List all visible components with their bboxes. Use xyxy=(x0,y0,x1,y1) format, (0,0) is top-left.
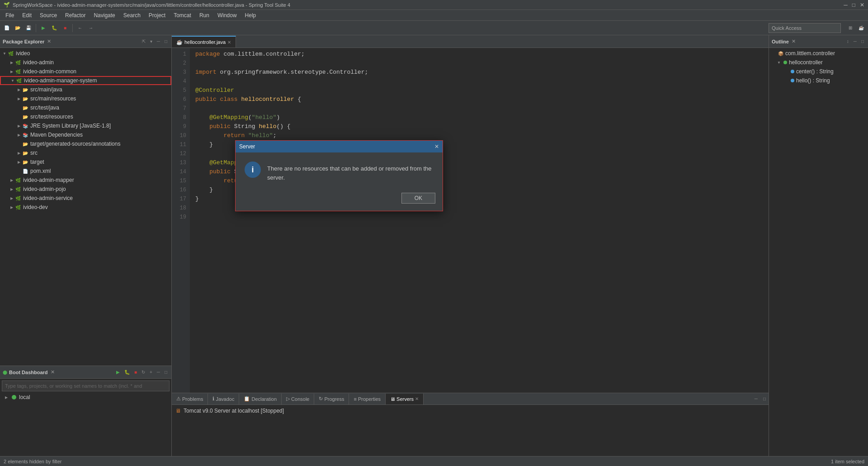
tab-close[interactable]: ✕ xyxy=(227,40,231,45)
outline-label: hello() : String xyxy=(796,77,830,84)
toolbar-forward[interactable]: → xyxy=(86,23,96,33)
dialog-info-icon: i xyxy=(245,162,261,178)
boot-add-btn[interactable]: + xyxy=(148,369,154,375)
menu-window[interactable]: Window xyxy=(214,11,241,19)
menu-source[interactable]: Source xyxy=(36,11,61,19)
outline-item-hello[interactable]: ▶ hello() : String xyxy=(769,76,868,85)
title-text: SpringWorkSpace - ivideo-admin-manager-s… xyxy=(13,2,290,8)
dialog-ok-button[interactable]: OK xyxy=(401,193,435,204)
outline-max[interactable]: □ xyxy=(860,38,865,44)
toolbar-save[interactable]: 💾 xyxy=(24,23,33,33)
outline-item-class[interactable]: ▼ hellocontroller xyxy=(769,58,868,67)
package-explorer-max[interactable]: □ xyxy=(163,38,169,44)
close-button[interactable]: ✕ xyxy=(860,2,864,8)
boot-item-local[interactable]: ▶ local xyxy=(0,392,171,402)
package-explorer-collapse[interactable]: ⇱ xyxy=(141,38,147,44)
boot-debug-btn[interactable]: 🐛 xyxy=(123,369,131,375)
tab-declaration[interactable]: 📋 Declaration xyxy=(239,394,282,404)
boot-stop-btn[interactable]: ■ xyxy=(133,369,138,375)
tree-item-jre[interactable]: ▶ 📚 JRE System Library [JavaSE-1.8] xyxy=(0,121,171,130)
maximize-button[interactable]: □ xyxy=(852,2,855,8)
tree-item-ivideo-admin-pojo[interactable]: ▶ 🌿 ivideo-admin-pojo xyxy=(0,185,171,194)
server-row-tomcat[interactable]: 🖥 Tomcat v9.0 Server at localhost [Stopp… xyxy=(175,407,765,415)
tree-arrow: ▶ xyxy=(16,159,22,165)
menu-tomcat[interactable]: Tomcat xyxy=(170,11,195,19)
toolbar-debug[interactable]: 🐛 xyxy=(49,23,59,33)
tree-item-src-test-java[interactable]: ▶ 📂 src/test/java xyxy=(0,103,171,112)
tab-label: Problems xyxy=(182,396,203,402)
tree-item-maven[interactable]: ▶ 📚 Maven Dependencies xyxy=(0,130,171,139)
toolbar-stop[interactable]: ■ xyxy=(60,23,70,33)
menu-run[interactable]: Run xyxy=(196,11,213,19)
menu-file[interactable]: File xyxy=(2,11,18,19)
outline-min[interactable]: ─ xyxy=(852,38,858,44)
tree-item-src-main-java[interactable]: ▶ 📂 src/main/java xyxy=(0,85,171,94)
outline-item-package[interactable]: ▶ 📦 com.littlem.controller xyxy=(769,49,868,58)
bottom-panel-max[interactable]: □ xyxy=(760,396,769,401)
minimize-button[interactable]: ─ xyxy=(844,2,848,8)
menu-refactor[interactable]: Refactor xyxy=(61,11,89,19)
outline-label: center() : String xyxy=(796,68,834,75)
tab-progress[interactable]: ↻ Progress xyxy=(314,394,349,404)
boot-dashboard-filter[interactable]: Type tags, projects, or working set name… xyxy=(2,380,170,391)
menu-help[interactable]: Help xyxy=(241,11,260,19)
tree-item-ivideo-admin-common[interactable]: ▶ 🌿 ivideo-admin-common xyxy=(0,67,171,76)
outline-close[interactable]: ✕ xyxy=(792,38,796,44)
outline-sort[interactable]: ↕ xyxy=(845,38,850,44)
tree-item-src-test-resources[interactable]: ▶ 📂 src/test/resources xyxy=(0,112,171,121)
method-dot xyxy=(791,70,794,73)
toolbar-back[interactable]: ← xyxy=(75,23,85,33)
tree-item-ivideo-admin-manager-system[interactable]: ▼ 🌿 ivideo-admin-manager-system xyxy=(0,76,171,85)
tab-javadoc[interactable]: ℹ Javadoc xyxy=(208,394,239,404)
toolbar-run[interactable]: ▶ xyxy=(38,23,48,33)
boot-refresh-btn[interactable]: ↻ xyxy=(140,369,146,375)
tab-console[interactable]: ▷ Console xyxy=(282,394,314,404)
outline-item-center[interactable]: ▶ center() : String xyxy=(769,67,868,76)
toolbar-open[interactable]: 📂 xyxy=(13,23,23,33)
tree-item-generated[interactable]: ▶ 📂 target/generated-sources/annotations xyxy=(0,139,171,148)
tree-item-ivideo-admin-mapper[interactable]: ▶ 🌿 ivideo-admin-mapper xyxy=(0,176,171,185)
boot-start-btn[interactable]: ▶ xyxy=(115,369,121,375)
tab-servers[interactable]: 🖥 Servers ✕ xyxy=(386,394,424,404)
tree-item-pom[interactable]: ▶ 📄 pom.xml xyxy=(0,166,171,176)
tree-item-ivideo-dev[interactable]: ▶ 🌿 ivideo-dev xyxy=(0,203,171,212)
boot-dashboard-close[interactable]: ✕ xyxy=(51,369,55,375)
dialog-message: There are no resources that can be added… xyxy=(267,162,434,182)
code-editor[interactable]: 12345678910111213141516171819 package co… xyxy=(172,48,769,393)
tree-item-src-main-resources[interactable]: ▶ 📂 src/main/resources xyxy=(0,94,171,103)
tree-arrow: ▼ xyxy=(776,60,782,65)
package-explorer-tree: ▼ 🌿 ivideo ▶ 🌿 ivideo-admin ▶ 🌿 ivideo-a… xyxy=(0,48,171,366)
menu-project[interactable]: Project xyxy=(145,11,169,19)
tree-arrow: ▶ xyxy=(9,177,14,183)
package-explorer-menu[interactable]: ▾ xyxy=(149,38,154,44)
toolbar-new[interactable]: 📄 xyxy=(2,23,12,33)
toolbar-sep-1 xyxy=(36,24,36,32)
quick-access-box[interactable]: Quick Access xyxy=(769,23,841,33)
dialog-close-button[interactable]: ✕ xyxy=(434,143,439,150)
tree-item-src[interactable]: ▶ 📂 src xyxy=(0,148,171,157)
menu-edit[interactable]: Edit xyxy=(19,11,35,19)
tab-close[interactable]: ✕ xyxy=(415,396,419,401)
tree-item-ivideo-admin[interactable]: ▶ 🌿 ivideo-admin xyxy=(0,58,171,67)
tree-item-ivideo[interactable]: ▼ 🌿 ivideo xyxy=(0,49,171,58)
folder-icon: 🌿 xyxy=(14,185,22,193)
package-explorer-close[interactable]: ✕ xyxy=(47,38,51,44)
boot-max-btn[interactable]: □ xyxy=(163,369,169,375)
boot-min-btn[interactable]: ─ xyxy=(156,369,161,375)
tree-label: src/main/resources xyxy=(30,95,76,102)
menu-navigate[interactable]: Navigate xyxy=(90,11,118,19)
package-explorer-min[interactable]: ─ xyxy=(156,38,161,44)
tab-hellocontroller[interactable]: ☕ hellocontroller.java ✕ xyxy=(172,36,236,48)
tree-item-target[interactable]: ▶ 📂 target xyxy=(0,157,171,166)
toolbar-perspective-java[interactable]: ☕ xyxy=(856,23,866,33)
tab-properties[interactable]: ≡ Properties xyxy=(349,394,386,404)
tree-label: ivideo-dev xyxy=(23,204,48,210)
tree-item-ivideo-admin-service[interactable]: ▶ 🌿 ivideo-admin-service xyxy=(0,194,171,203)
menu-search[interactable]: Search xyxy=(120,11,144,19)
tab-problems[interactable]: ⚠ Problems xyxy=(172,394,208,404)
console-icon: ▷ xyxy=(286,396,290,402)
main-layout: Package Explorer ✕ ⇱ ▾ ─ □ ▼ 🌿 ivideo ▶ … xyxy=(0,35,868,456)
toolbar-perspective-open[interactable]: ⊞ xyxy=(845,23,855,33)
folder-icon: 🌿 xyxy=(14,59,22,66)
bottom-panel-min[interactable]: ─ xyxy=(752,396,760,401)
